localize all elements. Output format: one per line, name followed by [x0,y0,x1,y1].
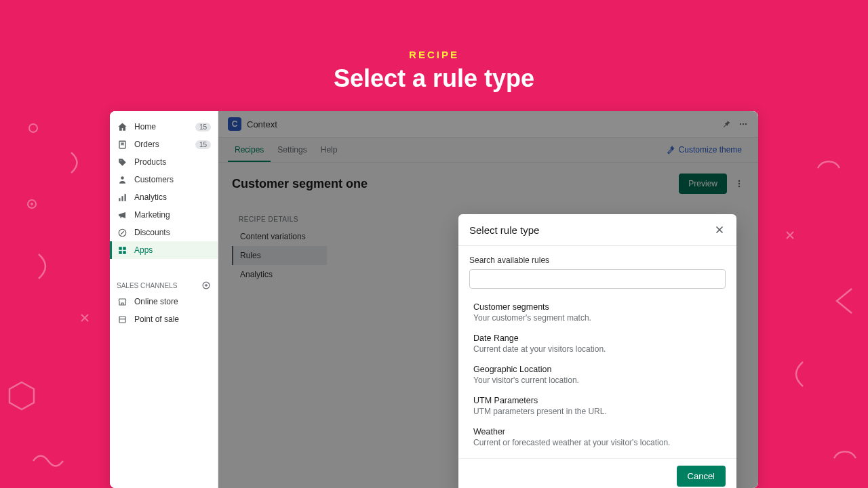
sidebar-item-label: Products [134,157,211,167]
sidebar-item-label: Marketing [134,210,211,220]
svg-point-5 [121,176,124,180]
sidebar-item-online-store[interactable]: Online store [110,293,218,310]
modal-title: Select rule type [469,224,713,236]
hero-eyebrow: RECIPE [0,49,868,60]
sidebar-item-products[interactable]: Products [110,153,218,171]
rule-title: Date Range [473,333,722,343]
sidebar-item-label: Orders [134,140,195,149]
sidebar-item-customers[interactable]: Customers [110,171,218,188]
decor-arc-icon [35,251,54,282]
rule-option-weather[interactable]: Weather Current or forecasted weather at… [469,422,726,453]
decor-arc-icon [68,149,85,176]
decor-x-icon [784,229,796,241]
orders-icon [117,139,127,150]
hero-section: RECIPE Select a rule type [0,0,868,93]
svg-marker-3 [9,382,34,409]
sidebar-item-label: Discounts [134,228,211,237]
svg-point-1 [28,200,36,208]
svg-point-0 [29,124,37,132]
apps-icon [117,245,127,256]
svg-rect-15 [119,317,125,323]
tag-icon [117,157,127,167]
chart-icon [117,192,127,203]
decor-arc2-icon [814,148,844,172]
svg-rect-8 [124,194,125,201]
svg-rect-13 [123,251,126,254]
sidebar-item-label: Home [134,122,195,131]
decor-x-icon [79,312,91,324]
sidebar-item-label: Analytics [134,192,211,202]
svg-point-2 [31,203,33,205]
select-rule-type-modal: Select rule type Search available rules … [458,214,736,488]
main-area: C Context Recipes Settings Help Customiz… [218,111,758,488]
rule-desc: Your visitor's current location. [473,375,722,385]
sidebar-item-label: Point of sale [134,314,211,324]
svg-rect-11 [123,247,126,250]
svg-rect-7 [121,196,123,201]
sidebar-badge: 15 [195,140,211,149]
decor-wave-icon [31,447,65,468]
rule-desc: Current date at your visitors location. [473,344,722,354]
rule-option-customer-segments[interactable]: Customer segments Your customer's segmen… [469,297,726,328]
rule-option-date-range[interactable]: Date Range Current date at your visitors… [469,328,726,359]
decor-ring-icon [27,122,39,134]
rule-title: Weather [473,427,722,436]
rule-title: Customer segments [473,302,722,312]
store-icon [117,296,127,307]
person-icon [117,174,127,185]
sidebar-item-label: Customers [134,175,211,184]
rule-option-geographic-location[interactable]: Geographic Location Your visitor's curre… [469,359,726,390]
rule-title: Geographic Location [473,365,722,374]
rule-title: UTM Parameters [473,396,722,405]
decor-arc-icon [787,359,807,389]
home-icon [117,121,127,132]
app-window: Home 15 Orders 15 Products Customers Ana… [110,111,758,488]
cancel-button[interactable]: Cancel [677,466,726,487]
rule-desc: UTM parameters present in the URL. [473,407,722,416]
discount-icon [117,227,127,238]
svg-rect-6 [119,198,120,201]
search-label: Search available rules [469,256,726,265]
decor-chevron-icon [831,285,856,317]
sales-channels-heading: SALES CHANNELS [110,275,218,293]
sidebar: Home 15 Orders 15 Products Customers Ana… [110,111,218,488]
sidebar-item-home[interactable]: Home 15 [110,118,218,136]
sidebar-item-pos[interactable]: Point of sale [110,310,218,328]
rule-desc: Your customer's segment match. [473,313,722,323]
sidebar-item-marketing[interactable]: Marketing [110,206,218,224]
sidebar-item-orders[interactable]: Orders 15 [110,136,218,153]
sidebar-item-analytics[interactable]: Analytics [110,188,218,206]
decor-hex-icon [5,380,38,412]
pos-icon [117,314,127,325]
rule-option-utm-parameters[interactable]: UTM Parameters UTM parameters present in… [469,390,726,422]
megaphone-icon [117,209,127,220]
sidebar-item-apps[interactable]: Apps [110,241,218,259]
hero-title: Select a rule type [0,64,868,93]
rule-desc: Current or forecasted weather at your vi… [473,438,722,447]
search-input[interactable] [469,269,726,289]
sidebar-item-discounts[interactable]: Discounts [110,224,218,241]
close-icon[interactable] [713,224,726,236]
plus-icon[interactable] [201,281,211,290]
svg-rect-12 [119,251,122,254]
sidebar-item-label: Apps [134,245,211,255]
sidebar-item-label: Online store [134,297,211,306]
decor-arc2-icon [830,434,860,464]
sidebar-badge: 15 [195,123,211,131]
decor-dot-icon [26,198,38,210]
svg-rect-10 [119,247,122,250]
